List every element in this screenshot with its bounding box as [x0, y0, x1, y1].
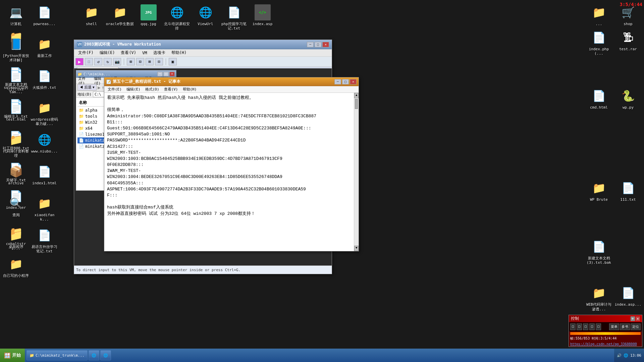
vmware-statusbar: To direct input to this VM, move the mou…: [74, 265, 332, 274]
toolbar-console[interactable]: ▣: [169, 58, 177, 65]
notepad-minimize-btn[interactable]: ─: [334, 79, 341, 84]
ctrl-btn-2[interactable]: □: [577, 323, 582, 330]
taskbar-item-ie2[interactable]: 🌐: [100, 350, 111, 360]
toolbar-btn1[interactable]: ⬚: [85, 58, 93, 65]
toolbar-full[interactable]: ⊞: [127, 58, 135, 65]
icon-dotdot[interactable]: 📁 ...: [585, 2, 613, 26]
notepad-menu-edit[interactable]: 编辑(E): [124, 86, 143, 92]
web-icon: 📁: [591, 285, 607, 301]
control-expand-btn[interactable]: +: [631, 316, 635, 321]
taskbar-item-ie[interactable]: 🌐: [89, 350, 99, 360]
toolbar-btn5[interactable]: ⊡: [155, 58, 163, 65]
icon-cmdhtml[interactable]: 📄 cmd.html: [585, 85, 613, 110]
explorer-back-btn[interactable]: ◀ 后退 ▾: [77, 84, 97, 90]
notepad-menu-format[interactable]: 格式(O): [143, 86, 161, 92]
icon-viewurl[interactable]: 🌐 ViewUrl: [191, 2, 220, 31]
toolbar-refresh2[interactable]: ↻: [104, 58, 112, 65]
icon-oracle[interactable]: 📁 oracle学生数据: [106, 2, 134, 31]
windows-logo-icon: 🪟: [4, 352, 11, 359]
ctrl-btn-multi[interactable]: 多书: [620, 323, 630, 330]
wppy-icon: 🐍: [620, 88, 636, 104]
icon-wordpress[interactable]: 📁 wordpress密码暴力破...: [30, 97, 59, 126]
taskbar-item-explorer[interactable]: 📁 C:\mimikatz_trunk\m...: [26, 350, 88, 360]
icon-testhtml[interactable]: 📄 test.html: [2, 97, 30, 126]
scrollbar-thumb[interactable]: [355, 99, 358, 109]
notepad-textarea[interactable]: [104, 93, 354, 232]
icon-sqlmap[interactable]: 📄 sqlmap过过的 tam...: [2, 65, 30, 94]
python-icon: 📘: [8, 36, 24, 52]
icon-indexasp[interactable]: </> index.asp: [248, 2, 277, 31]
icon-beidou[interactable]: 🌐 北斗培训课程安排: [163, 2, 191, 31]
toolbar-play[interactable]: ▶: [75, 58, 84, 65]
notepad-titlebar: 📝 第五十二讲_教程说明.txt - 记事本 ─ □ ✕: [104, 77, 359, 86]
icon-archive[interactable]: 📦 archive: [2, 161, 30, 185]
notepad-menu-help[interactable]: 帮助(H): [181, 86, 199, 92]
icon-chayue[interactable]: 🔍 查阅: [2, 193, 30, 222]
ctrl-btn-3[interactable]: □: [583, 323, 588, 330]
ctrl-btn-locate[interactable]: 定位: [631, 323, 641, 330]
viewurl-icon: 🌐: [198, 4, 214, 20]
icon-wpbrute[interactable]: 📁 WP Brute: [585, 177, 613, 202]
menu-help[interactable]: 帮助(H): [169, 49, 190, 56]
icon-111txt[interactable]: 📄 111.txt: [614, 177, 642, 202]
icon-desktop-prog[interactable]: 📁 桌面程序: [2, 225, 30, 253]
work-icon: 📁: [37, 36, 53, 52]
niubo-icon: 🌐: [37, 132, 53, 148]
ctrl-btn-5[interactable]: □: [596, 323, 601, 330]
toolbar-refresh[interactable]: ↺: [94, 58, 102, 65]
icon-web[interactable]: 📁 WEB代码审计与渗透...: [585, 282, 613, 311]
desktop: 3:5/4:44 💻 计算机 📄 powreas... 📁 视频 📘 [Pyth…: [0, 0, 644, 362]
menu-file[interactable]: 文件(F): [75, 49, 96, 56]
scrollbar-up[interactable]: ▲: [354, 93, 359, 98]
top-clock: 3:5/4:44: [620, 2, 642, 7]
scrollbar-down[interactable]: ▼: [354, 246, 359, 251]
start-button[interactable]: 🪟 开始: [0, 349, 25, 362]
notepad-menu-file[interactable]: 文件(E): [106, 86, 124, 92]
control-panel-link[interactable]: https://blog.csdn.net/qq_33608000: [569, 342, 642, 347]
icon-testrar[interactable]: 🗜 test.rar: [614, 27, 642, 56]
menu-vm[interactable]: VM: [140, 50, 150, 56]
vmware-maximize-btn[interactable]: □: [315, 42, 321, 47]
icon-niubo[interactable]: 🌐 www.niubo...: [30, 129, 59, 158]
vmware-menubar: 文件(F) 编辑(E) 查看(V) VM 选项卡 帮助(H): [74, 49, 332, 57]
icon-firefox[interactable]: 📄 火狐插件.txt: [30, 65, 59, 94]
icon-indexasp2[interactable]: 📄 index.asp...: [614, 282, 642, 311]
icon-wppy[interactable]: 🐍 wp.py: [614, 85, 642, 110]
vmware-close-btn[interactable]: ✕: [322, 42, 329, 47]
ctrl-btn-1[interactable]: □: [570, 323, 576, 330]
notepad-scrollbar[interactable]: ▲ ▼: [354, 93, 359, 251]
control-panel-info: 帧:556/853 时间:3:5/4:44: [569, 336, 642, 342]
toolbar-unity[interactable]: ⊟: [136, 58, 144, 65]
icon-zijixie[interactable]: 📁 自己写的小程序: [2, 253, 30, 278]
notepad-maximize-btn[interactable]: □: [342, 79, 349, 84]
notepad-menu-view[interactable]: 查看(V): [162, 86, 180, 92]
control-close-btn[interactable]: ×: [636, 316, 640, 321]
icon-newtxt3[interactable]: 📄 新建文本文档(3).txt.bak: [585, 236, 613, 265]
xiaodi-icon: 📁: [37, 195, 53, 212]
powreas-icon: 📄: [37, 4, 53, 20]
icon-python[interactable]: 📘 [Python开发技术详解]: [2, 34, 30, 62]
icon-index1html[interactable]: 📄 index1.html: [30, 161, 59, 185]
toolbar-snap[interactable]: 📷: [113, 58, 121, 65]
notepad-content-area: ▲ ▼: [104, 93, 359, 251]
icon-yiyuyan[interactable]: 📄 易语言外挂学习笔记.txt: [30, 225, 59, 253]
icon-indexphp[interactable]: 📄 index.php(...: [585, 27, 613, 56]
icon-php[interactable]: 📄 php挖掘学习笔记.txt: [220, 2, 248, 31]
icon-work[interactable]: 📁 最新工作: [30, 34, 59, 62]
menu-edit[interactable]: 编辑(E): [97, 49, 118, 56]
icon-shell[interactable]: 📁 shell: [77, 2, 106, 31]
vmware-minimize-btn[interactable]: ─: [307, 42, 314, 47]
ctrl-btn-menu[interactable]: 菜单: [609, 323, 619, 330]
icon-powreas[interactable]: 📄 powreas...: [30, 2, 59, 26]
icon-xiaodi[interactable]: 📁 xiaodifank...: [30, 193, 59, 222]
ctrl-btn-4[interactable]: □: [589, 323, 595, 330]
tray-network-icon: 🌐: [624, 353, 628, 358]
icon-qqq[interactable]: JPG qqq.jpg: [134, 2, 163, 31]
icon-daimacode[interactable]: 📁 代码审计资料整理: [2, 129, 30, 158]
notepad-close-btn[interactable]: ✕: [350, 79, 357, 84]
menu-view[interactable]: 查看(V): [118, 49, 139, 56]
icon-computer[interactable]: 💻 计算机: [2, 2, 30, 26]
toolbar-autofit[interactable]: ⊠: [146, 58, 154, 65]
menu-tabs[interactable]: 选项卡: [151, 49, 168, 56]
taskbar: 🪟 开始 📁 C:\mimikatz_trunk\m... 🌐 🌐 🔊 🌐 13…: [0, 349, 644, 362]
